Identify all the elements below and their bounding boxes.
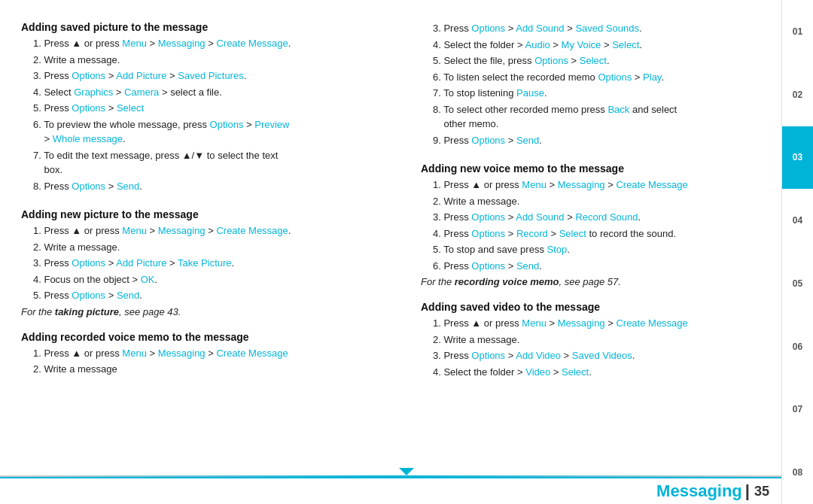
add-sound-link: Add Sound [516,23,564,34]
play-link: Play [643,71,661,83]
section-title-recorded-voice-memo: Adding recorded voice memo to the messag… [21,331,398,343]
page-num-07[interactable]: 07 [781,378,813,442]
step-item: 3. Press Options > Add Video > Saved Vid… [430,348,798,363]
page-num-06[interactable]: 06 [781,315,813,378]
options-link: Options [72,70,105,81]
page-num-label: 05 [793,278,802,289]
messaging-link: Messaging [158,38,206,49]
page-num-label: 04 [793,215,802,226]
step-item: 6. Press Options > Send. [430,259,798,274]
section-adding-new-picture: Adding new picture to the message 1. Pre… [21,208,398,317]
step-item: 5. Press Options > Select [30,101,398,116]
saved-videos-link: Saved Videos [572,350,632,361]
options-link: Options [471,260,505,272]
select-link: Select [612,39,639,50]
step-item: 9. Press Options > Send. [430,133,798,148]
pause-link: Pause [516,87,544,99]
page-num-01[interactable]: 01 [781,0,813,63]
options-link: Options [210,119,244,130]
create-message-link: Create Message [216,348,288,359]
section-title-new-voice-memo: Adding new voice memo to the message [421,162,798,175]
step-item: 1. Press ▲ or press Menu > Messaging > C… [30,36,398,51]
select-link: Select [559,228,586,239]
step-item: 2. Write a message. [430,194,798,209]
step-item: 3. Press Options > Add Picture > Take Pi… [30,256,398,271]
saved-pictures-link: Saved Pictures [178,70,243,81]
section-label: Messaging [656,481,742,501]
messaging-link: Messaging [558,179,605,190]
whole-message-link: Whole message [53,133,123,144]
select-link: Select [117,102,144,114]
record-link: Record [516,228,548,239]
page-num-label: 03 [793,152,802,162]
options-link: Options [72,257,105,269]
step-item: 3. Press Options > Add Sound > Saved Sou… [430,21,798,36]
page-num-label: 02 [793,90,802,100]
section-adding-saved-video: Adding saved video to the message 1. Pre… [421,301,798,381]
take-picture-link: Take Picture [178,257,232,269]
step-item: 1. Press ▲ or press Menu > Messaging > C… [430,316,798,331]
page-num-02[interactable]: 02 [781,63,813,126]
page-num-05[interactable]: 05 [781,252,813,315]
step-item: 1. Press ▲ or press Menu > Messaging > C… [430,178,798,193]
section-adding-recorded-voice-memo: Adding recorded voice memo to the messag… [21,331,398,378]
menu-link: Menu [122,38,147,49]
page-num-08[interactable]: 08 [781,441,813,504]
create-message-link: Create Message [616,317,687,329]
select-link: Select [580,55,607,66]
step-item: 1. Press ▲ or press Menu > Messaging > C… [30,346,398,361]
send-link: Send [117,290,139,301]
triangle-decoration [399,468,414,475]
record-sound-link: Record Sound [575,211,638,223]
my-voice-link: My Voice [562,39,601,50]
menu-link: Menu [122,348,147,359]
preview-link: Preview [254,119,289,130]
main-content: Adding saved picture to the message 1. P… [0,0,813,504]
create-message-link: Create Message [616,179,687,190]
create-message-link: Create Message [216,225,288,236]
step-item: 6. To preview the whole message, press O… [30,117,398,147]
section-title-saved-picture: Adding saved picture to the message [21,21,398,33]
send-link: Send [516,135,539,146]
send-link: Send [516,260,539,272]
section-adding-saved-picture: Adding saved picture to the message 1. P… [21,21,398,195]
page-num-label: 01 [793,26,802,37]
back-link: Back [607,104,629,115]
graphics-link: Graphics [74,87,113,98]
menu-link: Menu [122,225,147,236]
options-link: Options [534,55,568,66]
messaging-link: Messaging [558,317,605,329]
section-title-new-picture: Adding new picture to the message [21,208,398,220]
page-num-label: 08 [793,467,802,478]
page-num-03[interactable]: 03 [781,126,813,190]
page-num-label: 06 [793,342,802,352]
add-sound-link: Add Sound [516,211,564,223]
ok-link: OK [141,274,155,285]
video-link: Video [525,366,550,378]
saved-sounds-link: Saved Sounds [575,23,639,34]
step-item: 5. To stop and save press Stop. [430,242,798,257]
options-link: Options [471,228,505,239]
camera-link: Camera [124,87,159,98]
send-link: Send [117,181,139,192]
section-title-saved-video: Adding saved video to the message [421,301,798,313]
step-item: 3. Press Options > Add Sound > Record So… [430,210,798,225]
stop-link: Stop [547,244,568,255]
create-message-link: Create Message [216,38,288,49]
messaging-link: Messaging [158,225,206,236]
note-recording-voice-memo: For the recording voice memo, see page 5… [421,276,798,287]
options-link: Options [471,135,505,146]
step-item: 4. Select the folder > Video > Select. [430,365,798,380]
options-link: Options [471,23,505,34]
step-item: 2. Write a message. [430,332,798,348]
add-video-link: Add Video [516,350,561,361]
step-item: 8. To select other recorded memo press B… [430,102,798,132]
options-link: Options [471,350,505,361]
right-column: 3. Press Options > Add Sound > Saved Sou… [421,21,798,489]
page-num-04[interactable]: 04 [781,189,813,252]
step-item: 2. Write a message. [30,53,398,68]
messaging-link: Messaging [158,348,206,359]
step-item: 7. To stop listening Pause. [430,86,798,101]
add-picture-link: Add Picture [116,257,166,269]
audio-link: Audio [525,39,550,50]
